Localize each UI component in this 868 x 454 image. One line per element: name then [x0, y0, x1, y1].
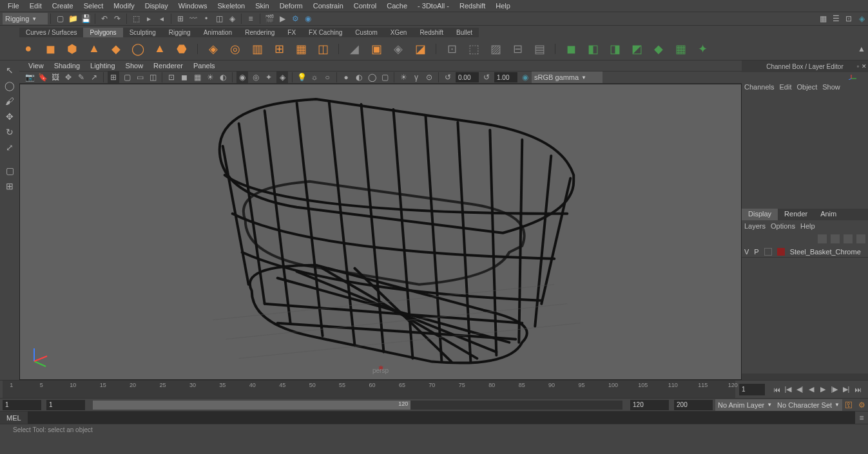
poly-quaddraw-icon[interactable]: ⊟ — [508, 40, 526, 58]
vp-gamma-field[interactable]: 1.00 — [494, 72, 517, 82]
poly-bevel-icon[interactable]: ◪ — [411, 40, 429, 58]
poly-sphere-icon[interactable]: ● — [19, 40, 37, 58]
workspace-dropdown[interactable]: Rigging▼ — [3, 13, 48, 24]
poly-bridge-icon[interactable]: ◈ — [389, 40, 407, 58]
shelf-tab-polygons[interactable]: Polygons — [83, 28, 122, 37]
range-handle[interactable]: 120 — [93, 401, 410, 410]
menu-modify[interactable]: Modify — [108, 1, 139, 11]
vp-menu-shading[interactable]: Shading — [49, 61, 85, 71]
menu-skeleton[interactable]: Skeleton — [212, 1, 250, 11]
layer-layers-menu[interactable]: Layers — [744, 222, 766, 230]
render-frame-icon[interactable]: 🎬 — [264, 14, 275, 24]
layer-playback-toggle[interactable]: P — [754, 248, 758, 256]
scale-tool-icon[interactable]: ⤢ — [3, 140, 17, 155]
layer-visibility-toggle[interactable]: V — [744, 248, 749, 256]
vp-grid-icon[interactable]: ⊞ — [108, 71, 119, 83]
poly-connect-icon[interactable]: ▨ — [487, 40, 505, 58]
vp-shadows-icon[interactable]: ◐ — [218, 72, 228, 82]
rotate-tool-icon[interactable]: ↻ — [3, 125, 17, 139]
cb-edit-tab[interactable]: Edit — [779, 83, 791, 91]
render-settings-icon[interactable]: ⚙ — [290, 14, 300, 24]
snap-point-icon[interactable]: • — [201, 14, 211, 24]
vp-xray-active-icon[interactable]: ◈ — [276, 71, 288, 83]
mesh-reduce-icon[interactable]: ▦ — [671, 40, 690, 58]
open-scene-icon[interactable]: 📁 — [68, 14, 78, 24]
layer-options-menu[interactable]: Options — [771, 222, 795, 230]
viewport-3d[interactable]: ✱ persp — [19, 84, 742, 380]
lasso-tool-icon[interactable]: ◯ — [3, 79, 17, 93]
render-layers-tab[interactable]: Render — [778, 209, 814, 220]
hud-icon[interactable]: ☰ — [831, 14, 841, 24]
vp-default-light-icon[interactable]: 💡 — [296, 72, 307, 82]
current-time-field[interactable]: 1 — [739, 384, 765, 395]
vp-lights-icon[interactable]: ☀ — [205, 72, 215, 82]
shelf-tab-custom[interactable]: Custom — [349, 28, 383, 37]
select-tool-icon[interactable]: ↖ — [3, 63, 17, 77]
vp-view-transform-icon[interactable]: ⊙ — [424, 72, 434, 82]
mesh-mirror-icon[interactable]: ◩ — [628, 40, 646, 58]
redo-icon[interactable]: ↷ — [112, 14, 122, 24]
mesh-booleans-icon[interactable]: ◨ — [606, 40, 624, 58]
menu-deform[interactable]: Deform — [275, 1, 308, 11]
vp-no-ao-icon[interactable]: ● — [341, 72, 351, 82]
vp-film-gate-icon[interactable]: ▢ — [122, 72, 132, 82]
poly-extrude-icon[interactable]: ▣ — [367, 40, 385, 58]
vp-xray-joints-icon[interactable]: ✦ — [264, 72, 274, 82]
range-inner-start-field[interactable]: 1 — [46, 400, 85, 410]
vp-all-lights-icon[interactable]: ☼ — [309, 72, 320, 82]
menu-skin[interactable]: Skin — [250, 1, 274, 11]
construction-history-icon[interactable]: ≡ — [246, 14, 256, 24]
save-scene-icon[interactable]: 💾 — [81, 14, 91, 24]
poly-platonic-icon[interactable]: ◈ — [204, 40, 222, 58]
shelf-tab-fx[interactable]: FX — [281, 28, 302, 37]
go-to-end-icon[interactable]: ⏭ — [853, 384, 863, 395]
vp-menu-renderer[interactable]: Renderer — [148, 61, 188, 71]
layer-scrollbar[interactable] — [742, 374, 868, 380]
vp-gamma-reset-icon[interactable]: ↺ — [481, 72, 492, 82]
vp-resolution-gate-icon[interactable]: ▭ — [135, 72, 145, 82]
display-layer-row[interactable]: V P Steel_Basket_Chrome — [742, 246, 868, 258]
play-forward-icon[interactable]: ▶ — [818, 384, 828, 395]
menu-windows[interactable]: Windows — [173, 1, 213, 11]
poly-smooth-icon[interactable]: ◢ — [345, 40, 363, 58]
undo-icon[interactable]: ↶ — [99, 14, 110, 24]
vp-exposure-field[interactable]: 0.00 — [456, 72, 479, 82]
vp-menu-show[interactable]: Show — [121, 61, 149, 71]
vp-select-camera-icon[interactable]: 📷 — [24, 72, 35, 82]
snap-plane-icon[interactable]: ◫ — [214, 14, 224, 24]
poly-pipe-icon[interactable]: ⬣ — [173, 40, 191, 58]
vp-menu-view[interactable]: View — [23, 61, 49, 71]
vp-menu-panels[interactable]: Panels — [188, 61, 220, 71]
move-tool-icon[interactable]: ✥ — [3, 109, 17, 124]
menu-create[interactable]: Create — [47, 1, 79, 11]
go-to-start-icon[interactable]: ⏮ — [771, 384, 782, 395]
menu-help[interactable]: Help — [490, 1, 516, 11]
vp-exposure-icon[interactable]: ☀ — [398, 72, 409, 82]
new-scene-icon[interactable]: ▢ — [55, 14, 65, 24]
poly-superellipse-icon[interactable]: ◎ — [226, 40, 244, 58]
menu-edit[interactable]: Edit — [24, 1, 47, 11]
shelf-tab-rigging[interactable]: Rigging — [162, 28, 197, 37]
layout-four-icon[interactable]: ⊞ — [3, 179, 17, 193]
layout-single-icon[interactable]: ▢ — [3, 164, 17, 178]
menu-cache[interactable]: Cache — [381, 1, 412, 11]
poly-type-icon[interactable]: ▥ — [248, 40, 266, 58]
step-forward-icon[interactable]: |▶ — [829, 384, 840, 395]
vp-color-mode-dropdown[interactable]: sRGB gamma▼ — [532, 71, 603, 83]
range-end1-field[interactable]: 120 — [630, 400, 669, 410]
render-globals-icon[interactable]: ◉ — [303, 14, 313, 24]
ipr-render-icon[interactable]: ▶ — [277, 14, 287, 24]
channels-tab[interactable]: Channels — [744, 83, 774, 91]
script-lang-toggle[interactable]: MEL — [0, 411, 28, 424]
shelf-tab-fxcaching[interactable]: FX Caching — [302, 28, 349, 37]
poly-torus-icon[interactable]: ◯ — [129, 40, 147, 58]
poly-combine-icon[interactable]: ▦ — [292, 40, 310, 58]
play-backward-icon[interactable]: ◀ — [806, 384, 816, 395]
shelf-tab-xgen[interactable]: XGen — [384, 28, 414, 37]
poly-multicut-icon[interactable]: ⊡ — [443, 40, 461, 58]
poly-plane-icon[interactable]: ◆ — [107, 40, 125, 58]
panel-undock-icon[interactable]: ▫ — [857, 63, 859, 70]
select-object-icon[interactable]: ▸ — [144, 14, 154, 24]
panel-close-icon[interactable]: ✕ — [862, 63, 867, 70]
vp-shaded-icon[interactable]: ◼ — [179, 72, 189, 82]
